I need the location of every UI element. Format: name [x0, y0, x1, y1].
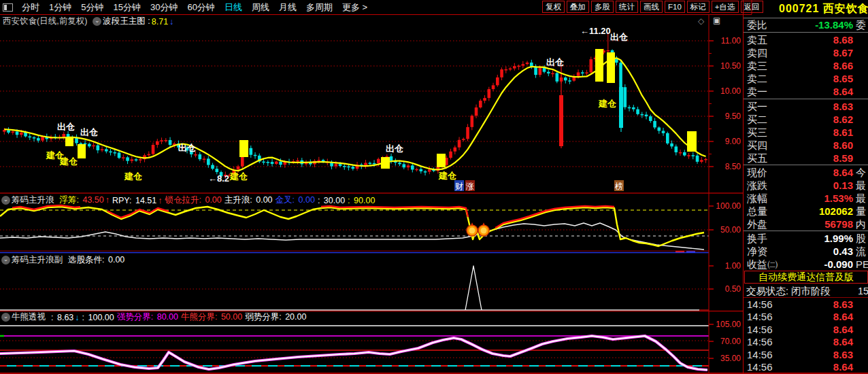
- ask-row[interactable]: 卖二8.65: [746, 72, 868, 85]
- menu-item-15分钟[interactable]: 15分钟: [113, 2, 140, 12]
- p2-axis-label: 100.00: [716, 201, 741, 211]
- news-badge-label: 榜: [614, 182, 623, 191]
- ask-row[interactable]: 卖五8.68: [746, 33, 868, 46]
- menu-item-日线[interactable]: 日线: [224, 2, 242, 12]
- row-label: 卖一: [747, 85, 767, 98]
- menu-item-分时[interactable]: 分时: [22, 2, 39, 12]
- candle: [522, 64, 525, 65]
- row-value: 8.64: [833, 310, 853, 323]
- candle: [199, 154, 202, 159]
- row-value: 8.67: [833, 46, 853, 59]
- trading-app-window: 11.0010.5010.009.509.008.50出仓出仓建仓建仓建仓出仓←…: [0, 0, 868, 374]
- subscription-notice[interactable]: 自动续费通达信普及版: [744, 271, 868, 284]
- chevron-down-icon[interactable]: ⌄: [1, 196, 10, 205]
- row-label: 换手: [747, 232, 767, 245]
- p4-axis-label: 70.00: [720, 337, 741, 346]
- golden-cross-flame: [471, 222, 473, 226]
- signal-box-marker: [595, 49, 603, 82]
- candle: [3, 130, 6, 132]
- candle: [471, 116, 474, 127]
- toolbar-button-统计[interactable]: 统计: [616, 1, 638, 13]
- toolbar-button-叠加[interactable]: 叠加: [567, 1, 589, 13]
- toolbar-button-返回[interactable]: 返回: [741, 1, 763, 13]
- trade-status-row: 交易状态: 闭市阶段 15:: [746, 285, 868, 297]
- candle: [194, 154, 197, 156]
- row-label: 14:56: [747, 323, 773, 336]
- bid-row[interactable]: 买二8.62: [746, 113, 868, 126]
- row-extra: 股: [856, 232, 866, 245]
- main-axis-label: 11.00: [721, 36, 741, 46]
- panel-window-icon[interactable]: ▣: [713, 16, 720, 25]
- field-label: :: [348, 196, 352, 205]
- menu-item-月线[interactable]: 月线: [279, 2, 297, 12]
- menu-item-多周期[interactable]: 多周期: [306, 2, 333, 12]
- candle: [97, 146, 100, 150]
- toolbar-button-复权[interactable]: 复权: [542, 1, 565, 13]
- chevron-down-icon[interactable]: ⌄: [1, 256, 10, 265]
- diamond-icon[interactable]: ◇: [698, 16, 704, 26]
- candle: [675, 146, 678, 152]
- p2-red-line: [321, 206, 468, 217]
- chart-annotation: ←8.2: [208, 173, 229, 184]
- chevron-down-icon[interactable]: ⌄: [93, 17, 101, 26]
- row-label: 现价: [747, 166, 767, 179]
- indicator-field: 浮筹: 43.50↑: [60, 194, 111, 206]
- row-label: 买五: [747, 152, 767, 165]
- toolbar-button-多股[interactable]: 多股: [591, 1, 614, 13]
- bid-row[interactable]: 买五8.59: [746, 152, 868, 165]
- candle: [449, 152, 452, 158]
- indicator-field: : 100.00: [82, 313, 116, 322]
- row-value: 8.64: [833, 323, 853, 336]
- p2-yellow-line: [0, 207, 704, 246]
- ask-row[interactable]: 卖一8.64: [746, 85, 868, 98]
- panel-title: 筹码主升浪: [12, 194, 54, 206]
- candle: [666, 133, 669, 143]
- p2-axis-label: 50.00: [720, 225, 741, 235]
- candle: [628, 107, 631, 109]
- menu-item-更多 >[interactable]: 更多 >: [342, 2, 367, 12]
- menu-item-1分钟[interactable]: 1分钟: [49, 2, 71, 12]
- menu-item-30分钟[interactable]: 30分钟: [150, 2, 178, 12]
- field-value: 30.00: [324, 196, 345, 205]
- toolbar-button-+自选[interactable]: +自选: [712, 1, 739, 13]
- field-label: 主升浪:: [224, 195, 254, 205]
- stat-row: 收益㈡-0.090PE: [746, 258, 868, 271]
- candle: [424, 171, 427, 173]
- candle: [16, 131, 19, 135]
- stock-name: 西安饮食: [823, 3, 868, 14]
- candle: [636, 109, 639, 114]
- signal-box-marker: [65, 137, 73, 146]
- candle: [250, 148, 253, 155]
- candle: [420, 169, 423, 171]
- candle: [377, 159, 380, 164]
- bid-row[interactable]: 买一8.63: [746, 100, 868, 113]
- candle: [347, 167, 350, 168]
- candle: [335, 164, 338, 166]
- window-icon[interactable]: [3, 3, 13, 12]
- toolbar-button-F10[interactable]: F10: [665, 1, 685, 13]
- ask-row[interactable]: 卖三8.66: [746, 59, 868, 72]
- signal-box-marker: [437, 154, 446, 167]
- candle: [692, 155, 695, 156]
- candle: [411, 165, 414, 169]
- stat-row: 净资0.43流: [746, 245, 868, 258]
- chevron-down-icon[interactable]: ⌄: [1, 313, 10, 322]
- bid-row[interactable]: 买三8.61: [746, 126, 868, 139]
- field-value: 0.00: [299, 195, 315, 205]
- toolbar-button-画线[interactable]: 画线: [640, 1, 663, 13]
- row-value: 8.63: [833, 298, 853, 311]
- candle: [398, 163, 401, 164]
- panel-title: 筹码主升浪副: [12, 254, 63, 266]
- menu-item-周线[interactable]: 周线: [252, 2, 269, 12]
- candle: [577, 72, 580, 75]
- row-extra: 委: [856, 18, 866, 31]
- candle: [41, 137, 44, 141]
- signal-box-marker: [239, 140, 248, 157]
- toolbar-button-标记[interactable]: 标记: [687, 1, 710, 13]
- bid-row[interactable]: 买四8.60: [746, 139, 868, 152]
- ask-row[interactable]: 卖四8.67: [746, 46, 868, 59]
- menu-item-5分钟[interactable]: 5分钟: [81, 2, 103, 12]
- chart-annotation: 出仓: [178, 143, 196, 153]
- field-label: :: [318, 196, 322, 205]
- menu-item-60分钟[interactable]: 60分钟: [187, 2, 214, 12]
